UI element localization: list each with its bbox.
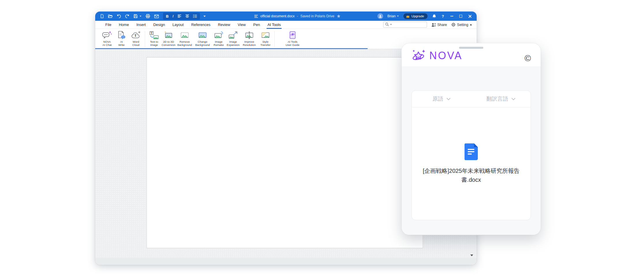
align-center-icon[interactable] [185,14,189,18]
tab-design[interactable]: Design [149,21,169,29]
crown-icon [406,15,410,18]
open-folder-icon[interactable] [108,14,113,18]
ribbon-image-expansion[interactable]: ImageExpansion [226,31,240,47]
save-dropdown-caret-icon[interactable] [139,15,142,17]
bold-button[interactable]: B [166,14,169,18]
target-language-label: 翻訳言語 [486,95,508,103]
share-button[interactable]: Share [431,23,447,27]
ribbon-2d-to-3d[interactable]: 2D to 3DConversion [161,31,176,47]
document-page[interactable] [147,57,423,248]
tab-review[interactable]: Review [214,21,234,29]
share-label: Share [437,23,447,27]
document-title: official document.docx [260,14,295,18]
restore-button[interactable] [458,15,463,18]
new-document-icon[interactable] [100,14,104,18]
ribbon-word-cloud[interactable]: T WordCloud [129,31,143,47]
search-icon [385,23,389,26]
help-button[interactable]: ? [441,14,445,18]
nova-translation-panel: NOVA © 原語 翻訳言語 [402,43,541,235]
align-left-icon[interactable] [177,14,181,18]
gear-icon [451,23,456,27]
undo-icon[interactable] [117,14,121,18]
save-icon[interactable] [133,14,138,18]
user-caret-icon [397,16,399,17]
titlebar-right-group: Brian Upgrade ? [377,13,472,19]
source-language-label: 原語 [433,95,443,103]
minimize-button[interactable] [450,16,454,16]
scroll-down-arrow-icon[interactable] [470,254,473,256]
tab-pen[interactable]: Pen [250,21,264,29]
file-drop-area[interactable]: [企画戦略]2025年未来戦略研究所報告書.docx [412,107,531,220]
tab-home[interactable]: Home [115,21,133,29]
print-icon[interactable] [145,14,150,18]
remove-background-icon [180,31,190,40]
ribbon-label: Text toImage [150,40,158,47]
ribbon-change-background[interactable]: ChangeBackground [194,31,211,47]
change-background-icon [198,31,207,40]
ribbon-label: StyleTransfer [260,40,270,47]
chevron-down-icon [446,98,451,100]
desktop: B I official document.docx - S [0,0,644,277]
document-title-group: official document.docx - Saved in Polari… [254,12,341,21]
setting-button[interactable]: Setting [451,23,472,27]
nova-logo-icon [411,49,426,63]
close-button[interactable] [467,15,472,18]
tab-references[interactable]: References [188,21,214,29]
user-menu[interactable]: Brian [387,14,399,18]
ribbon-nova-ai-chat[interactable]: NOVAAI Chat [100,31,114,47]
ribbon-label: 2D to 3DConversion [162,40,175,47]
bullet-list-icon[interactable] [193,14,197,18]
ribbon-label: ChangeBackground [195,40,210,47]
svg-text:T: T [134,33,137,38]
target-language-select[interactable]: 翻訳言語 [471,95,531,103]
titlebar: B I official document.docx - S [95,12,477,21]
text-to-image-icon: T [149,31,159,40]
ribbon-label: ImageExpansion [227,40,239,47]
ribbon-ai-write[interactable]: AIWrite [114,31,129,47]
document-list-icon[interactable] [254,15,258,18]
tab-view[interactable]: View [234,21,250,29]
toolbar-more-caret-icon[interactable] [203,16,206,17]
ribbon-style-transfer[interactable]: StyleTransfer [258,31,273,47]
translation-card: 原語 翻訳言語 [企画戦略] [411,90,531,220]
italic-button[interactable]: I [172,14,173,18]
email-icon[interactable] [154,14,159,18]
window-bottom-frame [95,258,477,265]
ribbon-remove-background[interactable]: RemoveBackground [176,31,194,47]
image-remake-icon [214,31,224,40]
nova-ai-chat-icon [102,31,112,40]
ribbon-image-remake[interactable]: ImageRemake [211,31,226,47]
restore-icon [459,15,462,18]
panel-drag-handle[interactable] [459,47,483,49]
source-language-select[interactable]: 原語 [412,95,471,103]
file-name: [企画戦略]2025年未来戦略研究所報告書.docx [423,166,520,184]
redo-icon[interactable] [125,14,130,18]
status-separator: - [297,14,298,18]
menubar: File Home Insert Design Layout Reference… [95,21,477,29]
ai-tools-user-guide-icon [289,31,297,40]
tab-ai-tools[interactable]: AI Tools [264,21,284,29]
ribbon-improve-resolution[interactable]: ImproveResolution [240,31,258,47]
ribbon-ai-tools-user-guide[interactable]: AI ToolsUser Guide [283,31,302,47]
favorite-star-icon[interactable] [337,14,341,18]
ribbon-label: AI ToolsUser Guide [286,40,299,47]
ribbon-text-to-image[interactable]: T Text toImage [147,31,161,47]
nova-brand: NOVA [411,49,463,63]
user-avatar[interactable] [377,13,383,19]
chevron-down-icon [511,98,516,100]
upgrade-button[interactable]: Upgrade [403,13,428,19]
tab-insert[interactable]: Insert [133,21,150,29]
search-scope-caret-icon[interactable] [390,24,392,25]
image-expansion-icon [228,31,238,40]
notifications-bell-icon[interactable] [432,14,436,18]
improve-resolution-icon [244,31,254,40]
language-selector-row: 原語 翻訳言語 [412,91,531,107]
tab-layout[interactable]: Layout [169,21,188,29]
tab-file[interactable]: File [102,21,115,29]
search-box [383,22,427,28]
ribbon-label: RemoveBackground [177,40,192,47]
format-quick-group: B I [163,13,200,20]
saved-status: Saved in Polaris Drive [300,14,334,18]
2d-to-3d-conversion-icon [164,31,173,40]
copyright-icon[interactable]: © [525,54,531,63]
